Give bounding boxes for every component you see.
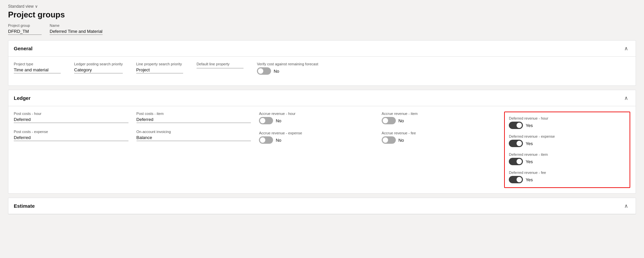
accrue-revenue-hour-knob bbox=[260, 118, 265, 123]
deferred-expense-knob bbox=[517, 141, 522, 146]
accrue-revenue-hour-label: Accrue revenue - hour bbox=[259, 112, 374, 116]
accrue-revenue-item-toggle[interactable] bbox=[382, 117, 396, 124]
deferred-expense-toggle-row: Yes bbox=[509, 140, 626, 147]
deferred-fee-knob bbox=[517, 177, 522, 182]
ledger-collapse-button[interactable]: ∧ bbox=[622, 94, 630, 102]
accrue-revenue-expense-toggle[interactable] bbox=[259, 136, 273, 144]
project-group-field: Project group DFRD_TM bbox=[8, 23, 42, 35]
deferred-hour-knob bbox=[517, 123, 522, 128]
accrue-revenue-expense-toggle-row: No bbox=[259, 136, 374, 144]
post-costs-expense-label: Post costs - expense bbox=[14, 130, 128, 134]
accrue-revenue-hour-label-text: No bbox=[276, 118, 281, 123]
ledger-section: Ledger ∧ Post costs - hour Deferred Post… bbox=[8, 90, 636, 194]
deferred-fee-item: Deferred revenue - fee Yes bbox=[509, 171, 626, 183]
standard-view-chevron: ∨ bbox=[35, 4, 38, 9]
verify-cost-toggle-row: No bbox=[257, 67, 318, 75]
deferred-expense-item: Deferred revenue - expense Yes bbox=[509, 134, 626, 147]
general-collapse-button[interactable]: ∧ bbox=[622, 45, 630, 52]
accrue-revenue-item-knob bbox=[383, 118, 388, 123]
accrue-revenue-item-label: Accrue revenue - item bbox=[382, 112, 496, 116]
ledger-columns: Post costs - hour Deferred Post costs - … bbox=[14, 112, 630, 188]
verify-cost-toggle-knob bbox=[258, 68, 263, 74]
on-account-field: On-account invoicing Balance bbox=[137, 130, 251, 141]
standard-view-label: Standard view bbox=[8, 4, 34, 9]
accrue-revenue-expense-field: Accrue revenue - expense No bbox=[259, 131, 374, 144]
post-costs-expense-value[interactable]: Deferred bbox=[14, 135, 128, 141]
post-costs-item-value[interactable]: Deferred bbox=[137, 117, 251, 123]
estimate-section-header: Estimate ∧ bbox=[8, 198, 636, 214]
accrue-revenue-fee-toggle[interactable] bbox=[382, 136, 396, 144]
on-account-label: On-account invoicing bbox=[137, 130, 251, 134]
deferred-expense-toggle[interactable] bbox=[509, 140, 523, 147]
ledger-posting-field: Ledger posting search priority Category bbox=[74, 62, 123, 73]
estimate-section: Estimate ∧ bbox=[8, 198, 636, 214]
deferred-hour-toggle-row: Yes bbox=[509, 122, 626, 129]
line-property-value[interactable]: Project bbox=[136, 67, 183, 73]
accrue-revenue-expense-knob bbox=[260, 137, 265, 143]
estimate-chevron-icon: ∧ bbox=[624, 203, 628, 209]
post-costs-item-field: Post costs - item Deferred bbox=[137, 112, 251, 123]
post-costs-item-label: Post costs - item bbox=[137, 112, 251, 116]
name-value[interactable]: Deferred Time and Material bbox=[50, 29, 103, 35]
estimate-collapse-button[interactable]: ∧ bbox=[622, 202, 630, 210]
ledger-section-body: Post costs - hour Deferred Post costs - … bbox=[8, 106, 636, 193]
deferred-hour-toggle[interactable] bbox=[509, 122, 523, 129]
ledger-section-title: Ledger bbox=[14, 95, 31, 101]
deferred-hour-label: Deferred revenue - hour bbox=[509, 116, 626, 120]
deferred-item-knob bbox=[517, 159, 522, 164]
name-label: Name bbox=[50, 23, 103, 27]
post-costs-hour-label: Post costs - hour bbox=[14, 112, 128, 116]
ledger-chevron-icon: ∧ bbox=[624, 95, 628, 101]
post-costs-expense-field: Post costs - expense Deferred bbox=[14, 130, 128, 141]
project-group-value[interactable]: DFRD_TM bbox=[8, 29, 42, 35]
accrue-revenue-hour-toggle-row: No bbox=[259, 117, 374, 124]
accrue-revenue-item-label-text: No bbox=[398, 118, 404, 123]
deferred-item-toggle[interactable] bbox=[509, 158, 523, 165]
header-fields: Project group DFRD_TM Name Deferred Time… bbox=[8, 23, 636, 35]
deferred-item-label-text: Yes bbox=[526, 159, 533, 164]
deferred-fee-toggle[interactable] bbox=[509, 176, 523, 183]
verify-cost-toggle-label: No bbox=[274, 69, 279, 74]
deferred-fee-toggle-row: Yes bbox=[509, 176, 626, 183]
ledger-col-5-deferred: Deferred revenue - hour Yes Deferred rev… bbox=[504, 112, 630, 188]
deferred-fee-label-text: Yes bbox=[526, 177, 533, 182]
general-form-row: Project type Time and material Ledger po… bbox=[14, 62, 630, 75]
deferred-hour-item: Deferred revenue - hour Yes bbox=[509, 116, 626, 129]
accrue-revenue-item-toggle-row: No bbox=[382, 117, 496, 124]
deferred-revenue-highlight: Deferred revenue - hour Yes Deferred rev… bbox=[504, 112, 630, 188]
default-line-label: Default line property bbox=[197, 62, 244, 66]
deferred-item-label: Deferred revenue - item bbox=[509, 152, 626, 156]
page-container: Standard view ∨ Project groups Project g… bbox=[0, 0, 644, 258]
ledger-col-1: Post costs - hour Deferred Post costs - … bbox=[14, 112, 137, 188]
deferred-fee-label: Deferred revenue - fee bbox=[509, 171, 626, 175]
post-costs-hour-value[interactable]: Deferred bbox=[14, 117, 128, 123]
accrue-revenue-fee-knob bbox=[383, 137, 388, 143]
ledger-col-3: Accrue revenue - hour No Accrue revenue … bbox=[259, 112, 382, 188]
accrue-revenue-fee-field: Accrue revenue - fee No bbox=[382, 131, 496, 144]
project-type-label: Project type bbox=[14, 62, 61, 66]
accrue-revenue-expense-label-text: No bbox=[276, 138, 281, 143]
project-group-label: Project group bbox=[8, 23, 42, 27]
ledger-posting-value[interactable]: Category bbox=[74, 67, 123, 73]
accrue-revenue-hour-toggle[interactable] bbox=[259, 117, 273, 124]
line-property-label: Line property search priority bbox=[136, 62, 183, 66]
standard-view-selector[interactable]: Standard view ∨ bbox=[8, 4, 636, 9]
accrue-revenue-fee-label-text: No bbox=[398, 138, 404, 143]
verify-cost-label: Verify cost against remaining forecast bbox=[257, 62, 318, 66]
default-line-field: Default line property bbox=[197, 62, 244, 68]
verify-cost-toggle[interactable] bbox=[257, 67, 271, 75]
ledger-col-4: Accrue revenue - item No Accrue revenue … bbox=[382, 112, 504, 188]
accrue-revenue-expense-label: Accrue revenue - expense bbox=[259, 131, 374, 135]
ledger-section-header: Ledger ∧ bbox=[8, 90, 636, 106]
deferred-item-toggle-row: Yes bbox=[509, 158, 626, 165]
deferred-item-item: Deferred revenue - item Yes bbox=[509, 152, 626, 165]
general-section-body: Project type Time and material Ledger po… bbox=[8, 57, 636, 85]
name-field: Name Deferred Time and Material bbox=[50, 23, 103, 35]
ledger-col-2: Post costs - item Deferred On-account in… bbox=[137, 112, 259, 188]
general-section-header: General ∧ bbox=[8, 41, 636, 57]
deferred-expense-label: Deferred revenue - expense bbox=[509, 134, 626, 138]
default-line-value[interactable] bbox=[197, 67, 244, 68]
project-type-value[interactable]: Time and material bbox=[14, 67, 61, 73]
on-account-value[interactable]: Balance bbox=[137, 135, 251, 141]
page-title: Project groups bbox=[8, 10, 636, 19]
